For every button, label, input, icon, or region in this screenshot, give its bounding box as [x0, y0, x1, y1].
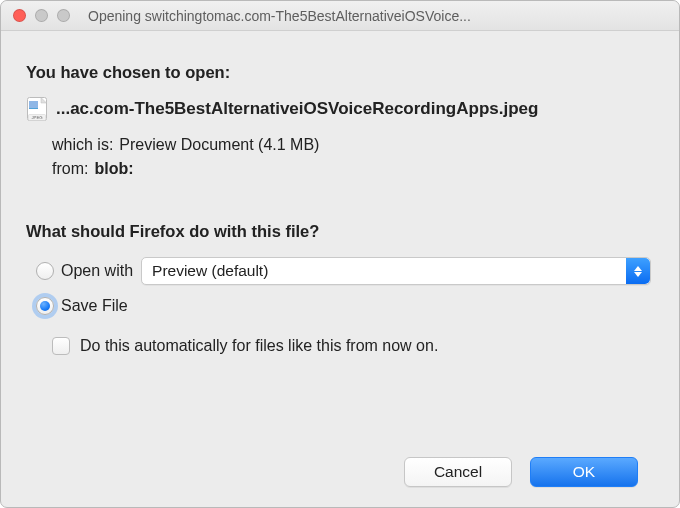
from-label: from: [52, 160, 88, 178]
auto-row[interactable]: Do this automatically for files like thi… [52, 337, 654, 355]
open-prompt: You have chosen to open: [26, 63, 654, 82]
from-value: blob: [94, 160, 133, 178]
action-prompt: What should Firefox do with this file? [26, 222, 654, 241]
which-is-label: which is: [52, 136, 113, 154]
traffic-lights [13, 9, 70, 22]
option-save-file[interactable]: Save File [36, 297, 654, 315]
file-icon: JPEG [26, 96, 48, 122]
chevron-up-down-icon [626, 258, 650, 284]
cancel-label: Cancel [434, 463, 482, 481]
open-with-select[interactable]: Preview (default) [141, 257, 651, 285]
titlebar[interactable]: Opening switchingtomac.com-The5BestAlter… [1, 1, 679, 31]
file-name: ...ac.com-The5BestAlternativeiOSVoiceRec… [56, 99, 538, 119]
radio-save-file[interactable] [36, 297, 54, 315]
which-is-value: Preview Document (4.1 MB) [119, 136, 319, 154]
svg-text:JPEG: JPEG [31, 115, 43, 120]
svg-rect-2 [29, 101, 38, 108]
auto-checkbox[interactable] [52, 337, 70, 355]
ok-label: OK [573, 463, 595, 481]
option-open-with[interactable]: Open with Preview (default) [36, 257, 654, 285]
minimize-icon[interactable] [35, 9, 48, 22]
file-meta: which is: Preview Document (4.1 MB) from… [52, 136, 654, 184]
ok-button[interactable]: OK [530, 457, 638, 487]
maximize-icon[interactable] [57, 9, 70, 22]
open-with-value: Preview (default) [152, 262, 268, 280]
button-row: Cancel OK [26, 457, 654, 507]
file-row: JPEG ...ac.com-The5BestAlternativeiOSVoi… [26, 96, 654, 122]
dialog-content: You have chosen to open: JPEG ...ac.com-… [1, 31, 679, 507]
save-file-label: Save File [61, 297, 128, 315]
action-section: What should Firefox do with this file? O… [26, 212, 654, 355]
auto-label: Do this automatically for files like thi… [80, 337, 438, 355]
download-dialog: Opening switchingtomac.com-The5BestAlter… [0, 0, 680, 508]
svg-rect-3 [29, 108, 38, 109]
open-with-label: Open with [61, 262, 133, 280]
close-icon[interactable] [13, 9, 26, 22]
cancel-button[interactable]: Cancel [404, 457, 512, 487]
window-title: Opening switchingtomac.com-The5BestAlter… [88, 8, 679, 24]
radio-open-with[interactable] [36, 262, 54, 280]
